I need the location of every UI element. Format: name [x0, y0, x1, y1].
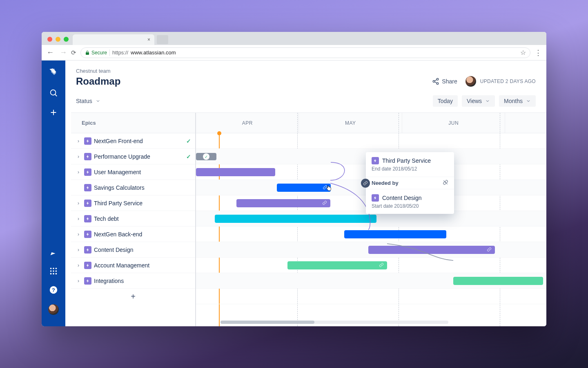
scale-dropdown[interactable]: Months [499, 95, 536, 107]
epic-row[interactable]: ›Integrations [71, 273, 195, 289]
author-avatar[interactable] [466, 76, 476, 87]
month-header: APR [196, 113, 299, 133]
epic-name: NextGen Front-end [94, 138, 143, 144]
timeline-bar[interactable] [236, 199, 330, 207]
chevron-down-icon [526, 99, 531, 103]
new-tab-button[interactable] [157, 35, 168, 44]
timeline-bar[interactable] [287, 261, 387, 269]
minimize-window-icon[interactable] [56, 37, 60, 42]
timeline-lane [196, 289, 546, 304]
address-bar[interactable]: Secure https://www.atlassian.com ☆ [80, 47, 530, 58]
done-check-icon: ✓ [186, 138, 191, 144]
horizontal-scrollbar[interactable] [220, 321, 448, 324]
today-label: Today [438, 98, 453, 104]
timeline-lane [196, 242, 546, 258]
scrollbar-thumb[interactable] [220, 321, 314, 324]
breadcrumb[interactable]: Chestnut team [76, 68, 536, 74]
browser-tab[interactable]: × [73, 34, 154, 45]
scale-label: Months [504, 98, 523, 104]
timeline-bar[interactable] [453, 277, 543, 285]
expand-chevron-icon[interactable]: › [75, 231, 82, 237]
done-indicator-icon: ✓ [203, 153, 209, 160]
link-icon[interactable] [379, 262, 384, 269]
svg-point-9 [56, 273, 57, 275]
expand-chevron-icon[interactable]: › [75, 278, 82, 284]
add-epic-button[interactable]: + [71, 289, 195, 304]
maximize-window-icon[interactable] [64, 37, 69, 42]
product-logo-icon[interactable] [48, 67, 59, 79]
search-icon[interactable] [49, 88, 58, 99]
close-window-icon[interactable] [47, 37, 52, 42]
epic-row[interactable]: ›Account Management [71, 258, 195, 273]
share-label: Share [442, 78, 457, 85]
app-switcher-icon[interactable] [49, 267, 58, 277]
popover-target-title[interactable]: Content Design [382, 195, 422, 201]
svg-point-14 [437, 83, 439, 85]
views-dropdown[interactable]: Views [462, 95, 495, 107]
browser-menu-icon[interactable]: ⋮ [535, 48, 541, 57]
svg-point-6 [56, 270, 57, 272]
expand-chevron-icon[interactable]: › [75, 216, 82, 222]
epic-type-icon [84, 153, 91, 160]
unlink-icon[interactable] [443, 180, 448, 186]
timeline-bar[interactable] [368, 246, 495, 254]
reload-icon[interactable]: ⟳ [71, 49, 76, 56]
share-button[interactable]: Share [432, 78, 457, 85]
profile-avatar[interactable] [48, 304, 59, 315]
notifications-icon[interactable] [49, 248, 58, 258]
svg-point-2 [53, 268, 54, 269]
timeline-bar[interactable] [196, 168, 275, 176]
today-button[interactable]: Today [433, 95, 458, 107]
link-icon[interactable] [322, 200, 327, 207]
epic-row[interactable]: ›NextGen Front-end✓ [71, 133, 195, 149]
epic-row[interactable]: ›Tech debt [71, 211, 195, 227]
tab-close-icon[interactable]: × [147, 37, 150, 43]
epics-header: Epics [71, 113, 195, 133]
browser-tab-strip: × [42, 32, 546, 45]
svg-point-12 [437, 79, 439, 81]
svg-point-3 [56, 268, 57, 269]
popover-source-title[interactable]: Third Party Service [382, 157, 431, 164]
timeline-lane [196, 133, 546, 149]
epic-name: Integrations [94, 278, 124, 284]
timeline-bar[interactable] [277, 184, 331, 192]
svg-point-1 [50, 268, 52, 269]
svg-point-7 [50, 273, 52, 275]
timeline-bar[interactable]: ✓ [196, 153, 216, 160]
epic-row[interactable]: ›Performance Upgrade✓ [71, 149, 195, 164]
link-icon[interactable] [487, 246, 492, 254]
secure-label: Secure [91, 50, 107, 56]
expand-chevron-icon[interactable]: › [75, 138, 82, 144]
create-icon[interactable] [49, 108, 58, 119]
timeline-lane [196, 258, 546, 273]
epic-row[interactable]: ›User Management [71, 164, 195, 180]
expand-chevron-icon[interactable]: › [75, 169, 82, 175]
back-icon[interactable]: ← [47, 48, 54, 57]
expand-chevron-icon[interactable]: › [75, 154, 82, 159]
epic-type-icon [84, 200, 91, 207]
status-filter-dropdown[interactable]: Status [76, 98, 100, 104]
epic-row[interactable]: ›Third Party Service [71, 195, 195, 211]
help-icon[interactable]: ? [49, 285, 58, 296]
view-toolbar: Status Today Views Months [65, 91, 546, 112]
epic-row[interactable]: Savings Calculators [71, 180, 195, 195]
status-label: Status [76, 98, 92, 104]
expand-chevron-icon[interactable]: › [75, 200, 82, 206]
done-check-icon: ✓ [186, 153, 191, 160]
share-icon [432, 78, 439, 85]
timeline-bar[interactable] [215, 215, 376, 223]
window-controls[interactable] [47, 37, 69, 42]
epic-row[interactable]: ›Content Design [71, 242, 195, 258]
timeline-area[interactable]: APRMAYJUN ✓ [196, 113, 546, 326]
forward-icon[interactable]: → [60, 48, 67, 57]
expand-chevron-icon[interactable]: › [75, 247, 82, 253]
bookmark-star-icon[interactable]: ☆ [520, 49, 526, 56]
link-relation-icon [361, 179, 370, 188]
epic-type-icon [84, 262, 91, 269]
epic-type-icon [372, 194, 379, 202]
popover-relation-label: Needed by [372, 180, 399, 186]
epic-type-icon [84, 184, 91, 191]
timeline-bar[interactable] [344, 230, 446, 238]
epic-row[interactable]: ›NextGen Back-end [71, 227, 195, 242]
expand-chevron-icon[interactable]: › [75, 263, 82, 268]
